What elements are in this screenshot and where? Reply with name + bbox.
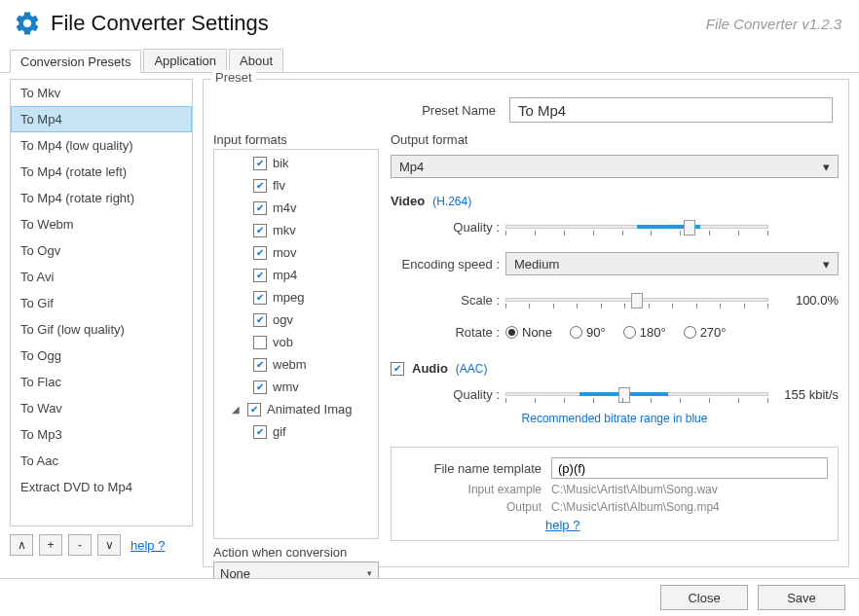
- output-example-label: Output: [401, 500, 542, 514]
- action-label: Action when conversion: [213, 545, 379, 560]
- preset-item[interactable]: To Aac: [11, 448, 192, 474]
- format-item[interactable]: webm: [214, 353, 378, 376]
- preset-name-input[interactable]: [509, 97, 833, 123]
- preset-item[interactable]: To Avi: [11, 264, 192, 290]
- filename-template-label: File name template: [401, 461, 542, 476]
- format-checkbox[interactable]: [253, 425, 267, 439]
- preset-item[interactable]: To Flac: [11, 369, 192, 395]
- format-item[interactable]: mp4: [214, 264, 378, 286]
- preset-item[interactable]: To Gif (low quality): [11, 316, 192, 343]
- add-button[interactable]: +: [39, 534, 62, 556]
- format-checkbox[interactable]: [253, 269, 267, 282]
- format-item[interactable]: wmv: [214, 376, 378, 398]
- preset-item[interactable]: Extract DVD to Mp4: [11, 474, 192, 500]
- preset-item[interactable]: To Gif: [11, 290, 192, 316]
- rotate-option[interactable]: 180°: [623, 325, 666, 340]
- format-label: mpeg: [273, 290, 305, 305]
- scale-value: 100.0%: [776, 293, 839, 308]
- help-link-template[interactable]: help ?: [545, 518, 579, 532]
- format-item[interactable]: ◢Animated Imag: [214, 398, 378, 420]
- radio-icon: [505, 326, 518, 339]
- format-label: ogv: [273, 312, 293, 327]
- video-quality-slider[interactable]: [505, 225, 768, 231]
- preset-item[interactable]: To Webm: [11, 211, 192, 237]
- preset-item[interactable]: To Mkv: [11, 80, 192, 106]
- filename-template-input[interactable]: [551, 457, 828, 479]
- tab-conversion-presets[interactable]: Conversion Presets: [10, 50, 141, 73]
- preset-name-label: Preset Name: [398, 103, 496, 118]
- save-button[interactable]: Save: [758, 585, 845, 610]
- format-checkbox[interactable]: [253, 380, 267, 394]
- preset-item[interactable]: To Ogg: [11, 343, 192, 369]
- encoding-speed-label: Encoding speed :: [391, 257, 500, 272]
- output-format-dropdown[interactable]: Mp4 ▾: [391, 155, 839, 178]
- format-label: mov: [273, 245, 297, 260]
- preset-item[interactable]: To Mp4 (rotate right): [11, 185, 192, 211]
- format-item[interactable]: flv: [214, 174, 378, 197]
- format-checkbox[interactable]: [253, 157, 267, 170]
- format-checkbox[interactable]: [247, 403, 261, 417]
- format-checkbox[interactable]: [253, 291, 267, 305]
- rotate-option[interactable]: 270°: [684, 325, 727, 340]
- format-label: flv: [273, 178, 285, 193]
- preset-list[interactable]: To MkvTo Mp4To Mp4 (low quality)To Mp4 (…: [10, 79, 193, 526]
- audio-section-title: Audio: [412, 361, 448, 376]
- input-formats-label: Input formats: [213, 132, 379, 147]
- encoding-speed-dropdown[interactable]: Medium ▾: [505, 252, 839, 275]
- tab-application[interactable]: Application: [143, 49, 227, 72]
- tab-bar: Conversion Presets Application About: [0, 49, 859, 73]
- format-checkbox[interactable]: [253, 246, 267, 260]
- format-label: mkv: [273, 223, 296, 237]
- radio-icon: [570, 326, 582, 339]
- output-example-value: C:\Music\Artist\Album\Song.mp4: [551, 500, 720, 514]
- format-label: m4v: [273, 200, 297, 215]
- format-item[interactable]: bik: [214, 152, 378, 174]
- scale-label: Scale :: [391, 293, 500, 308]
- format-label: wmv: [273, 380, 299, 394]
- format-item[interactable]: vob: [214, 331, 378, 353]
- audio-quality-label: Quality :: [391, 387, 500, 402]
- chevron-down-icon: ▾: [367, 568, 372, 578]
- output-format-label: Output format: [391, 132, 839, 147]
- help-link-presets[interactable]: help ?: [131, 538, 165, 553]
- move-down-button[interactable]: ∨: [97, 534, 121, 556]
- format-checkbox[interactable]: [253, 224, 267, 237]
- format-label: bik: [273, 156, 289, 170]
- format-checkbox[interactable]: [253, 201, 267, 215]
- format-item[interactable]: m4v: [214, 197, 378, 219]
- video-quality-label: Quality :: [391, 220, 500, 235]
- preset-item[interactable]: To Mp4 (low quality): [11, 132, 192, 159]
- format-item[interactable]: gif: [214, 420, 378, 443]
- expand-toggle-icon[interactable]: ◢: [232, 404, 242, 415]
- format-item[interactable]: mpeg: [214, 286, 378, 308]
- remove-button[interactable]: -: [68, 534, 92, 556]
- format-item[interactable]: ogv: [214, 308, 378, 331]
- bitrate-note: Recommended bitrate range in blue: [391, 412, 839, 425]
- rotate-option[interactable]: 90°: [570, 325, 606, 340]
- format-checkbox[interactable]: [253, 313, 267, 327]
- format-item[interactable]: mov: [214, 241, 378, 264]
- format-label: Animated Imag: [267, 402, 352, 417]
- format-checkbox[interactable]: [253, 336, 267, 349]
- format-checkbox[interactable]: [253, 179, 267, 193]
- format-label: webm: [273, 357, 307, 372]
- chevron-down-icon: ▾: [823, 257, 830, 272]
- move-up-button[interactable]: ∧: [10, 534, 33, 556]
- input-example-label: Input example: [401, 483, 542, 496]
- audio-quality-value: 155 kbit/s: [776, 387, 839, 402]
- preset-item[interactable]: To Mp4 (rotate left): [11, 159, 192, 185]
- preset-item[interactable]: To Mp4: [11, 106, 192, 132]
- format-item[interactable]: mkv: [214, 219, 378, 241]
- page-title: File Converter Settings: [51, 11, 706, 36]
- format-checkbox[interactable]: [253, 358, 267, 372]
- rotate-option[interactable]: None: [505, 325, 552, 340]
- close-button[interactable]: Close: [660, 585, 748, 610]
- preset-item[interactable]: To Mp3: [11, 421, 192, 448]
- input-formats-tree[interactable]: bikflvm4vmkvmovmp4mpegogvvobwebmwmv◢Anim…: [213, 149, 379, 539]
- preset-item[interactable]: To Wav: [11, 395, 192, 421]
- scale-slider[interactable]: [505, 298, 768, 304]
- tab-about[interactable]: About: [229, 49, 283, 72]
- preset-item[interactable]: To Ogv: [11, 237, 192, 264]
- audio-enabled-checkbox[interactable]: [391, 362, 404, 376]
- audio-quality-slider[interactable]: [505, 392, 768, 398]
